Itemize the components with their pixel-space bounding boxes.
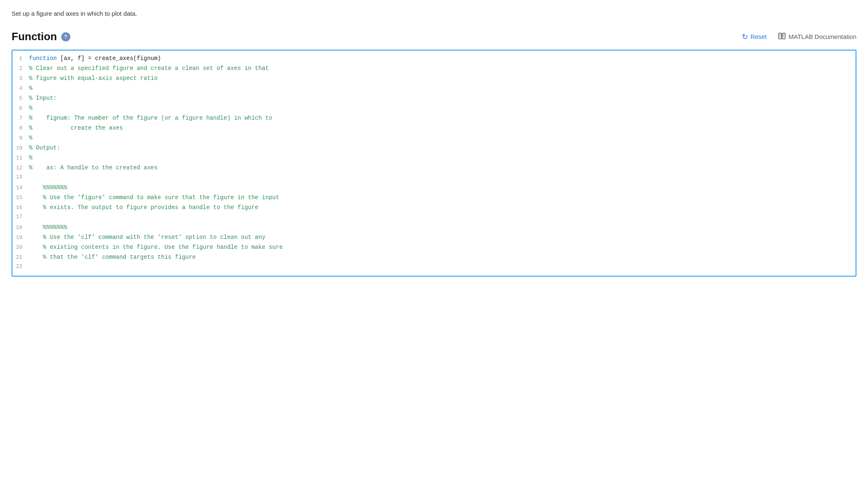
comment-text: % ax: A handle to the created axes: [29, 164, 158, 171]
line-code: % create the axes: [29, 123, 123, 132]
line-number: 9: [12, 134, 29, 143]
line-code: % fignum: The number of the figure (or a…: [29, 113, 272, 123]
code-line: 13: [12, 173, 856, 183]
comment-text: % that the 'clf' command targets this fi…: [29, 254, 196, 260]
line-number: 14: [12, 184, 29, 193]
comment-text: % create the axes: [29, 125, 123, 131]
comment-text: % existing contents in the figure. Use t…: [29, 244, 283, 250]
comment-text: % figure with equal-axis aspect ratio: [29, 75, 158, 82]
code-line: 15 % Use the 'figure' command to make su…: [12, 193, 856, 203]
line-code: % Clear out a specified figure and creat…: [29, 64, 269, 73]
code-line: 7% fignum: The number of the figure (or …: [12, 113, 856, 123]
line-number: 7: [12, 114, 29, 123]
matlab-doc-label: MATLAB Documentation: [789, 33, 856, 40]
code-line: 20 % existing contents in the figure. Us…: [12, 243, 856, 253]
line-number: 20: [12, 243, 29, 252]
header-actions: ↻ Reset MATLAB Documentat: [742, 32, 856, 41]
line-code: % Input:: [29, 94, 57, 103]
line-code: % existing contents in the figure. Use t…: [29, 243, 283, 252]
reset-label: Reset: [751, 33, 767, 40]
line-code: %: [29, 104, 32, 113]
comment-text: % fignum: The number of the figure (or a…: [29, 115, 272, 121]
comment-text: %: [29, 135, 32, 141]
line-code: % figure with equal-axis aspect ratio: [29, 74, 158, 83]
comment-text: %: [29, 154, 32, 161]
comment-text: % Use the 'clf' command with the 'reset'…: [29, 234, 265, 241]
page-container: Set up a figure and axes in which to plo…: [0, 0, 868, 288]
code-line: 17: [12, 213, 856, 223]
code-line: 16 % exists. The output to figure provid…: [12, 203, 856, 213]
code-line: 10% Output:: [12, 143, 856, 153]
line-number: 15: [12, 194, 29, 202]
line-code: % that the 'clf' command targets this fi…: [29, 253, 196, 262]
line-number: 4: [12, 84, 29, 93]
line-number: 12: [12, 164, 29, 173]
line-number: 3: [12, 75, 29, 83]
comment-text: %%%%%%%: [29, 224, 67, 231]
matlab-doc-icon: [778, 33, 786, 41]
section-title: Function: [12, 30, 57, 43]
code-line: 4%: [12, 84, 856, 94]
line-number: 18: [12, 224, 29, 232]
line-code: function [ax, f] = create_axes(fignum): [29, 54, 161, 63]
line-number: 22: [12, 263, 29, 271]
code-line: 14 %%%%%%%: [12, 183, 856, 193]
code-line: 8% create the axes: [12, 123, 856, 133]
line-number: 6: [12, 104, 29, 113]
line-code: % ax: A handle to the created axes: [29, 163, 158, 172]
line-code: %%%%%%%: [29, 223, 67, 232]
code-line: 6%: [12, 104, 856, 113]
line-code: % Use the 'figure' command to make sure …: [29, 193, 279, 202]
line-code: % exists. The output to figure provides …: [29, 203, 259, 212]
comment-text: %: [29, 105, 32, 111]
page-description: Set up a figure and axes in which to plo…: [12, 10, 856, 17]
line-number: 21: [12, 253, 29, 262]
line-code: %: [29, 84, 32, 93]
line-number: 13: [12, 173, 29, 182]
reset-icon: ↻: [742, 32, 748, 41]
line-number: 19: [12, 234, 29, 242]
line-code: %: [29, 153, 32, 162]
help-icon[interactable]: ?: [61, 32, 70, 41]
line-code: % Output:: [29, 143, 60, 152]
code-line: 12% ax: A handle to the created axes: [12, 163, 856, 173]
code-line: 2% Clear out a specified figure and crea…: [12, 64, 856, 74]
section-header: Function ? ↻ Reset: [12, 30, 856, 43]
comment-text: % Clear out a specified figure and creat…: [29, 65, 269, 72]
line-number: 5: [12, 94, 29, 103]
line-number: 8: [12, 124, 29, 133]
line-code: %%%%%%%: [29, 183, 67, 192]
code-line: 22: [12, 263, 856, 272]
line-number: 16: [12, 204, 29, 212]
section-title-group: Function ?: [12, 30, 70, 43]
code-line: 19 % Use the 'clf' command with the 'res…: [12, 233, 856, 243]
code-line: 18 %%%%%%%: [12, 223, 856, 233]
code-line: 5% Input:: [12, 94, 856, 104]
code-line: 3% figure with equal-axis aspect ratio: [12, 74, 856, 84]
line-number: 11: [12, 154, 29, 163]
comment-text: % exists. The output to figure provides …: [29, 204, 259, 211]
comment-text: % Use the 'figure' command to make sure …: [29, 194, 279, 201]
line-number: 1: [12, 55, 29, 63]
code-content: 1function [ax, f] = create_axes(fignum)2…: [12, 51, 856, 276]
comment-text: %%%%%%%: [29, 184, 67, 191]
svg-rect-1: [782, 33, 785, 39]
code-line: 21 % that the 'clf' command targets this…: [12, 253, 856, 263]
line-code: % Use the 'clf' command with the 'reset'…: [29, 233, 265, 242]
comment-text: %: [29, 85, 32, 92]
code-line: 9%: [12, 133, 856, 143]
code-rest: [ax, f] = create_axes(fignum): [57, 55, 161, 62]
line-number: 10: [12, 144, 29, 153]
line-code: %: [29, 133, 32, 142]
line-number: 17: [12, 213, 29, 222]
code-editor[interactable]: 1function [ax, f] = create_axes(fignum)2…: [12, 50, 856, 277]
line-number: 2: [12, 65, 29, 73]
comment-text: % Input:: [29, 95, 57, 101]
keyword-function: function: [29, 55, 57, 62]
reset-button[interactable]: ↻ Reset: [742, 32, 767, 41]
matlab-doc-button[interactable]: MATLAB Documentation: [778, 33, 856, 41]
comment-text: % Output:: [29, 145, 60, 151]
svg-rect-0: [779, 33, 782, 39]
code-line: 1function [ax, f] = create_axes(fignum): [12, 54, 856, 64]
code-line: 11%: [12, 153, 856, 163]
